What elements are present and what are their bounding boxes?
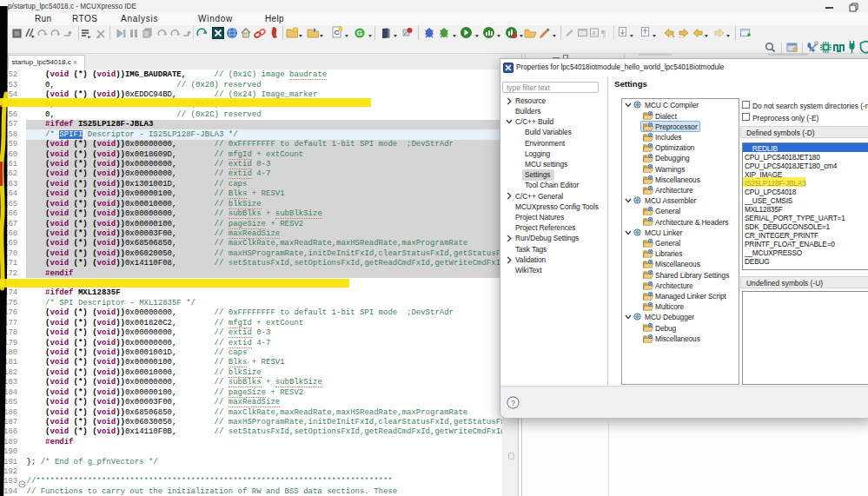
svg-text:¶: ¶	[601, 28, 606, 38]
svg-text:a: a	[593, 30, 596, 36]
svg-text:G: G	[357, 29, 363, 37]
svg-text:C: C	[335, 29, 340, 36]
svg-text:?: ?	[511, 399, 515, 407]
